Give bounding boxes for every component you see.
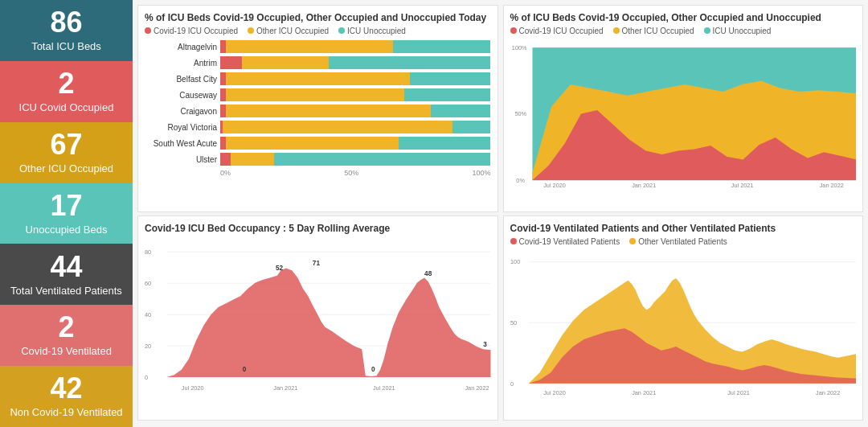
stat-box: 67Other ICU Occupied	[0, 122, 133, 183]
ventilated-title: Covid-19 Ventilated Patients and Other V…	[510, 223, 857, 234]
svg-text:0: 0	[243, 366, 247, 373]
stacked-title: % of ICU Beds Covid-19 Occupied, Other O…	[510, 12, 857, 23]
hbar-row: Altnagelvin	[145, 40, 491, 53]
svg-text:50: 50	[510, 319, 517, 326]
hbar-row: Royal Victoria	[145, 121, 491, 133]
stat-box: 17Unoccupied Beds	[0, 183, 133, 244]
ventilated-chart-box: Covid-19 Ventilated Patients and Other V…	[503, 216, 864, 421]
hbar-row: Craigavon	[145, 105, 491, 117]
dashboard-container: 86Total ICU Beds2ICU Covid Occupied67Oth…	[0, 0, 868, 427]
hbar-row: Causeway	[145, 88, 491, 101]
ventilated-chart-area: 050100Jul 2020Jan 2021Jul 2021Jan 2022	[510, 251, 857, 395]
svg-text:0: 0	[145, 374, 148, 381]
bar-chart-box: % of ICU Beds Covid-19 Occupied, Other O…	[137, 5, 498, 212]
svg-text:60: 60	[145, 280, 151, 287]
stat-box: 42Non Covid-19 Ventilated	[0, 366, 133, 427]
stat-box: 86Total ICU Beds	[0, 0, 133, 61]
hbar-chart: Altnagelvin Antrim Belfast City Causeway…	[145, 40, 491, 166]
hbar-row: Belfast City	[145, 72, 491, 85]
svg-text:0: 0	[371, 366, 375, 373]
svg-text:Jul 2020: Jul 2020	[543, 389, 566, 395]
svg-text:48: 48	[424, 270, 432, 277]
stat-box: 2Covid-19 Ventilated	[0, 305, 133, 366]
stacked-area-box: % of ICU Beds Covid-19 Occupied, Other O…	[503, 5, 864, 212]
svg-text:71: 71	[313, 260, 321, 267]
svg-text:Jan 2022: Jan 2022	[816, 389, 840, 395]
hbar-row: Ulster	[145, 153, 491, 166]
svg-text:Jul 2020: Jul 2020	[543, 182, 566, 187]
svg-text:Jul 2020: Jul 2020	[182, 385, 204, 392]
svg-text:0%: 0%	[516, 177, 525, 184]
svg-text:0: 0	[510, 380, 514, 388]
sidebar: 86Total ICU Beds2ICU Covid Occupied67Oth…	[0, 0, 133, 427]
x-axis: 0% 50% 100%	[145, 169, 491, 177]
stat-box: 2ICU Covid Occupied	[0, 61, 133, 122]
ventilated-legend: Covid-19 Ventilated Patients Other Venti…	[510, 237, 857, 246]
main-content: % of ICU Beds Covid-19 Occupied, Other O…	[133, 0, 868, 427]
bar-chart-title: % of ICU Beds Covid-19 Occupied, Other O…	[145, 12, 491, 23]
svg-text:100: 100	[510, 258, 520, 265]
bar-legend: Covid-19 ICU OccupiedOther ICU OccupiedI…	[145, 27, 491, 35]
rolling-chart-box: Covid-19 ICU Bed Occupancy : 5 Day Rolli…	[137, 216, 498, 421]
svg-text:20: 20	[145, 343, 151, 350]
svg-text:100%: 100%	[511, 44, 526, 51]
svg-text:Jul 2021: Jul 2021	[727, 389, 750, 395]
svg-text:Jan 2022: Jan 2022	[465, 385, 489, 392]
rolling-chart-area: 020406080Jul 2020Jan 2021Jul 2021Jan 202…	[145, 237, 491, 392]
hbar-row: South West Acute	[145, 137, 491, 150]
svg-text:3: 3	[483, 341, 487, 348]
svg-text:Jan 2021: Jan 2021	[632, 182, 656, 187]
stat-box: 44Total Ventilated Patients	[0, 244, 133, 305]
hbar-row: Antrim	[145, 56, 491, 69]
svg-text:Jan 2021: Jan 2021	[273, 385, 297, 392]
svg-text:Jan 2022: Jan 2022	[819, 182, 843, 187]
svg-text:Jul 2021: Jul 2021	[373, 385, 395, 392]
stacked-chart-area: 100%50%0%Jul 2020Jan 2021Jul 2021Jan 202…	[510, 40, 857, 187]
svg-text:52: 52	[276, 265, 284, 272]
rolling-title: Covid-19 ICU Bed Occupancy : 5 Day Rolli…	[145, 223, 491, 234]
bottom-row: Covid-19 ICU Bed Occupancy : 5 Day Rolli…	[137, 216, 863, 421]
svg-text:80: 80	[145, 248, 151, 256]
top-row: % of ICU Beds Covid-19 Occupied, Other O…	[137, 5, 863, 212]
svg-text:Jul 2021: Jul 2021	[731, 182, 753, 187]
svg-text:50%: 50%	[514, 110, 526, 117]
stacked-legend: Covid-19 ICU OccupiedOther ICU OccupiedI…	[510, 27, 857, 35]
svg-text:40: 40	[145, 311, 151, 318]
svg-text:Jan 2021: Jan 2021	[632, 389, 656, 395]
